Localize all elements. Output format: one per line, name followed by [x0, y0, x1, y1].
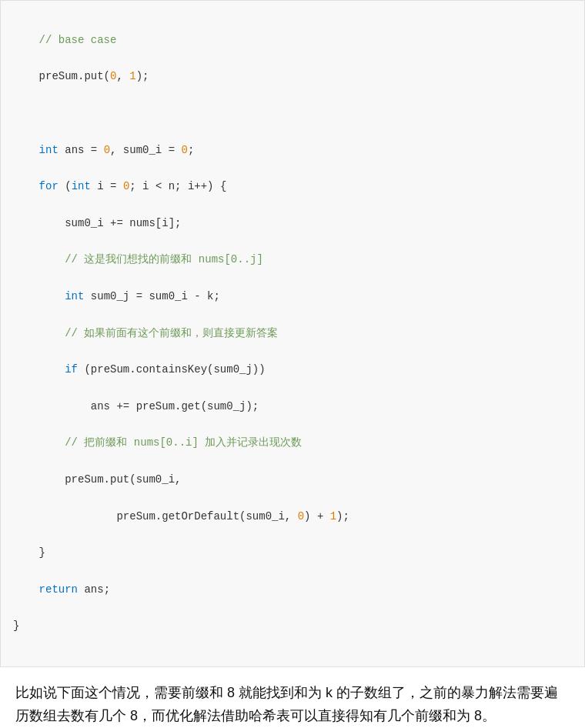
- code-line-comment-base: // base case: [13, 32, 566, 50]
- code-line-presum-put2: preSum.put(sum0_i,: [13, 471, 566, 489]
- code-line-comment-presum: // 这是我们想找的前缀和 nums[0..j]: [13, 251, 566, 269]
- code-line-sum0i-add: sum0_i += nums[i];: [13, 215, 566, 233]
- code-line-comment-put: // 把前缀和 nums[0..i] 加入并记录出现次数: [13, 434, 566, 452]
- code-line-if: if (preSum.containsKey(sum0_j)): [13, 361, 566, 379]
- prose-text: 比如说下面这个情况，需要前缀和 8 就能找到和为 k 的子数组了，之前的暴力解法…: [0, 667, 585, 728]
- code-line-presum-put: preSum.put(0, 1);: [13, 68, 566, 86]
- code-line-presum-getordefault: preSum.getOrDefault(sum0_i, 0) + 1);: [13, 508, 566, 526]
- code-line-int-ans: int ans = 0, sum0_i = 0;: [13, 142, 566, 160]
- code-line-close-for: }: [13, 544, 566, 563]
- code-line-blank1: [13, 105, 566, 123]
- code-line-ans-add: ans += preSum.get(sum0_j);: [13, 398, 566, 416]
- code-line-int-sum0j: int sum0_j = sum0_i - k;: [13, 288, 566, 306]
- code-line-return: return ans;: [13, 581, 566, 599]
- code-line-comment-if: // 如果前面有这个前缀和，则直接更新答案: [13, 325, 566, 343]
- code-line-close-method: }: [13, 617, 566, 636]
- code-block: // base case preSum.put(0, 1); int ans =…: [0, 0, 585, 667]
- code-line-for: for (int i = 0; i < n; i++) {: [13, 178, 566, 196]
